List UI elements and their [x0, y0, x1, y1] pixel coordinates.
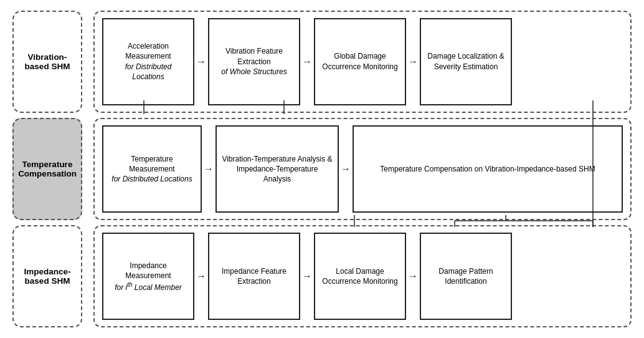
r1p1-box: Acceleration Measurementfor Distributed …	[102, 18, 194, 105]
row3-container: Impedance Measurementfor ith Local Membe…	[93, 225, 632, 327]
row-vibration: Vibration-based SHM Acceleration Measure…	[12, 11, 632, 113]
label-vibration: Vibration-based SHM	[12, 11, 82, 113]
label-temperature-text: Temperature Compensation	[18, 160, 77, 178]
r3p4-box: Damage Pattern Identification	[420, 233, 512, 320]
r2p3-box: Temperature Compensation on Vibration-Im…	[353, 125, 623, 213]
label-impedance: Impedance-based SHM	[12, 225, 82, 327]
r1p2-text: Vibration Feature Extractionof Whole Str…	[214, 46, 294, 77]
r2p3-text: Temperature Compensation on Vibration-Im…	[380, 164, 595, 174]
row-temperature: Temperature Compensation Temperature Mea…	[12, 118, 632, 220]
r2p2-text: Vibration-Temperature Analysis & Impedan…	[222, 154, 333, 185]
row1-container: Acceleration Measurementfor Distributed …	[93, 11, 632, 113]
arrow-r1-2: →	[300, 56, 314, 67]
r3p2-box: Impedance Feature Extraction	[208, 233, 300, 320]
label-impedance-text: Impedance-based SHM	[19, 267, 76, 286]
label-temperature: Temperature Compensation	[12, 118, 82, 220]
r3p3-box: Local Damage Occurrence Monitoring	[314, 233, 406, 320]
r1p2-box: Vibration Feature Extractionof Whole Str…	[208, 18, 300, 105]
r1p1-text: Acceleration Measurementfor Distributed …	[108, 41, 188, 82]
r3p1-text: Impedance Measurementfor ith Local Membe…	[108, 261, 188, 293]
arrow-r2-1: →	[202, 163, 215, 175]
arrow-r3-1: →	[194, 271, 208, 282]
r3p1-box: Impedance Measurementfor ith Local Membe…	[102, 233, 194, 320]
r3p3-text: Local Damage Occurrence Monitoring	[320, 266, 400, 286]
label-vibration-text: Vibration-based SHM	[19, 52, 76, 71]
r1p3-text: Global Damage Occurrence Monitoring	[320, 51, 400, 71]
arrow-r1-3: →	[406, 56, 420, 67]
r3p2-text: Impedance Feature Extraction	[214, 266, 294, 286]
row2-container: Temperature Measurementfor Distributed L…	[93, 118, 632, 220]
r2p1-text: Temperature Measurementfor Distributed L…	[108, 154, 196, 185]
arrow-r3-3: →	[406, 271, 420, 282]
arrow-r1-1: →	[194, 56, 208, 67]
r1p4-text: Damage Localization & Severity Estimatio…	[426, 51, 506, 71]
r1p3-box: Global Damage Occurrence Monitoring	[314, 18, 406, 105]
arrow-r3-2: →	[300, 271, 314, 282]
row-impedance: Impedance-based SHM Impedance Measuremen…	[12, 225, 632, 327]
diagram: Vibration-based SHM Acceleration Measure…	[7, 6, 637, 333]
r2p1-box: Temperature Measurementfor Distributed L…	[102, 125, 202, 213]
r1p4-box: Damage Localization & Severity Estimatio…	[420, 18, 512, 105]
r3p4-text: Damage Pattern Identification	[426, 266, 506, 286]
arrow-r2-2: →	[339, 163, 353, 175]
r2p2-box: Vibration-Temperature Analysis & Impedan…	[215, 125, 339, 213]
